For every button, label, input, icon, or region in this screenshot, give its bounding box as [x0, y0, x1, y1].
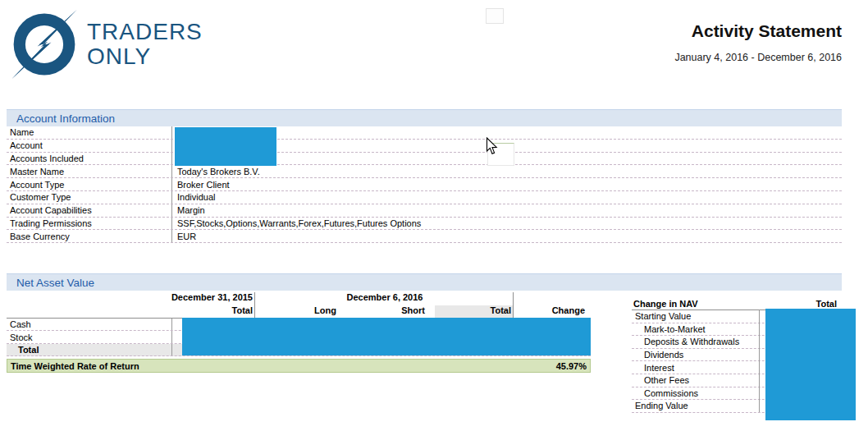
- row-value: Individual: [172, 192, 215, 202]
- twrr-label: Time Weighted Rate of Return: [11, 361, 139, 371]
- activity-statement-page: TRADERS ONLY Activity Statement January …: [0, 0, 868, 431]
- brand-name: TRADERS ONLY: [87, 21, 203, 68]
- redaction-box: [182, 318, 591, 355]
- twrr-bar: Time Weighted Rate of Return 45.97%: [7, 359, 591, 373]
- traders-only-logo-icon: [10, 10, 79, 79]
- row-label: Name: [7, 126, 172, 139]
- column-divider: [759, 309, 760, 412]
- column-header-total-2015: Total: [7, 305, 253, 318]
- table-row: Customer Type Individual: [7, 191, 842, 204]
- table-row: Accounts Included: [7, 153, 842, 166]
- row-value: SSF,Stocks,Options,Warrants,Forex,Future…: [172, 218, 421, 228]
- account-information-section: Account Information Name Account Account…: [7, 109, 842, 243]
- net-asset-value-section: Net Asset Value December 31, 2015 Decemb…: [7, 273, 842, 423]
- twrr-value: 45.97%: [556, 361, 587, 371]
- column-header-short: Short: [343, 305, 425, 318]
- table-row: Base Currency EUR: [7, 230, 842, 243]
- row-label: Account: [7, 140, 172, 152]
- report-title-block: Activity Statement January 4, 2016 - Dec…: [674, 21, 842, 63]
- column-header-change: Change: [503, 305, 585, 318]
- row-value: Today's Brokers B.V.: [172, 167, 260, 177]
- table-row: Account Type Broker Client: [7, 178, 842, 191]
- account-information-header: Account Information: [7, 109, 842, 126]
- row-label: Base Currency: [7, 230, 172, 242]
- table-row: Account Capabilities Margin: [7, 204, 842, 218]
- table-row: Account: [7, 140, 842, 153]
- change-in-nav-total-header: Total: [816, 299, 837, 309]
- row-label: Trading Permissions: [7, 218, 172, 230]
- row-value: EUR: [172, 232, 196, 241]
- change-in-nav-title: Change in NAV: [633, 299, 698, 309]
- row-label: Master Name: [7, 165, 172, 177]
- column-group-dec-2015: December 31, 2015: [7, 292, 253, 302]
- table-row: Name: [7, 126, 842, 140]
- brand-line-only: ONLY: [87, 45, 203, 68]
- page-title: Activity Statement: [674, 21, 842, 41]
- row-label: Stock: [7, 331, 172, 342]
- redaction-box: [765, 309, 856, 420]
- column-header-total-2016: Total: [435, 305, 513, 318]
- row-value: Broker Client: [172, 180, 230, 190]
- brand-logo: TRADERS ONLY: [10, 10, 203, 79]
- mouse-cursor-icon: [486, 137, 498, 155]
- row-label: Customer Type: [7, 191, 172, 204]
- account-information-table: Name Account Accounts Included Master Na…: [7, 126, 842, 243]
- row-label: Account Capabilities: [7, 204, 172, 217]
- row-label: Total: [7, 344, 172, 355]
- report-date-range: January 4, 2016 - December 6, 2016: [674, 52, 842, 63]
- column-header-long: Long: [254, 305, 336, 318]
- column-group-dec-2016: December 6, 2016: [256, 292, 514, 302]
- row-value: Margin: [172, 205, 205, 215]
- table-row: Master Name Today's Brokers B.V.: [7, 165, 842, 178]
- net-asset-value-header: Net Asset Value: [7, 273, 842, 291]
- redaction-box: [175, 127, 276, 166]
- faint-ui-artifact: [486, 8, 504, 24]
- row-label: Accounts Included: [7, 153, 172, 165]
- row-label: Account Type: [7, 178, 172, 190]
- row-label: Cash: [7, 319, 172, 330]
- table-row: Trading Permissions SSF,Stocks,Options,W…: [7, 218, 842, 231]
- brand-line-traders: TRADERS: [87, 21, 203, 44]
